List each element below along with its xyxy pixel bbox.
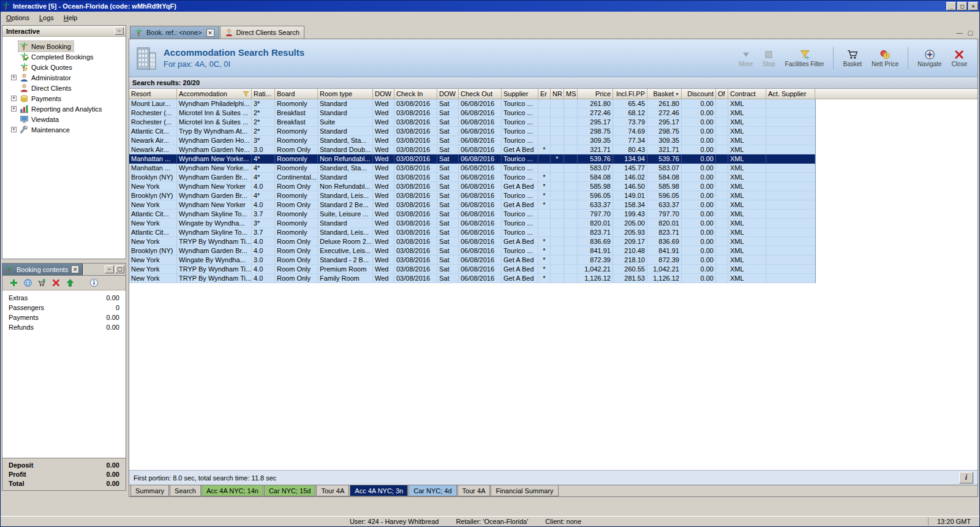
table-cell: 77.34 — [613, 136, 647, 145]
booking-item-extras[interactable]: Extras0.00 — [2, 293, 126, 303]
table-row[interactable]: Manhattan ...Wyndham New Yorke...4*Roomo… — [129, 164, 815, 173]
table-row[interactable]: Newark Air...Wyndham Garden Ho...3*Roomo… — [129, 136, 815, 145]
column-header-board[interactable]: Board — [275, 89, 318, 99]
toolbar-button-nett-price[interactable]: Nett Price — [867, 48, 903, 67]
expand-icon[interactable]: + — [11, 75, 17, 80]
table-row[interactable]: Mount Laur...Wyndham Philadelphi...3*Roo… — [129, 99, 815, 108]
table-row[interactable]: Atlantic Cit...Wyndham Skyline To...3.7R… — [129, 210, 815, 219]
table-row[interactable]: New YorkTRYP By Wyndham Ti...4.0Room Onl… — [129, 237, 815, 246]
sidebar-item-reporting-and-analytics[interactable]: +Reporting and Analytics — [2, 104, 126, 114]
booking-item-payments[interactable]: Payments0.00 — [2, 313, 126, 322]
close-booking-contents-icon[interactable]: ✕ — [71, 265, 79, 273]
table-row[interactable]: Brooklyn (NY)Wyndham Garden Br...4*Conti… — [129, 173, 815, 182]
app-icon — [2, 2, 10, 10]
table-row[interactable]: Brooklyn (NY)Wyndham Garden Br...4*Roomo… — [129, 191, 815, 200]
column-header-dow[interactable]: DOW — [373, 89, 394, 99]
bottom-tab-acc-4a-nyc-14n[interactable]: Acc 4A NYC; 14n — [202, 485, 263, 496]
column-header-ms[interactable]: MS — [564, 89, 578, 99]
table-row[interactable]: New YorkWyndham New Yorker4.0Room OnlyNo… — [129, 182, 815, 191]
minimize-button[interactable]: _ — [946, 2, 956, 10]
toolbar-button-facilities-filter[interactable]: Facilities Filter — [781, 48, 829, 67]
column-header-of[interactable]: Of — [716, 89, 728, 99]
booking-toolbar-remove-item-button[interactable] — [51, 278, 61, 288]
sidebar-item-administrator[interactable]: +Administrator — [2, 72, 126, 83]
bottom-tab-search[interactable]: Search — [170, 485, 201, 496]
toolbar-button-basket[interactable]: Basket — [839, 48, 866, 67]
booking-item-passengers[interactable]: Passengers0 — [2, 303, 126, 313]
column-header-check-out[interactable]: Check Out — [459, 89, 502, 99]
toolbar-button-navigate[interactable]: Navigate — [913, 48, 946, 67]
column-header-check-in[interactable]: Check In — [394, 89, 437, 99]
table-row[interactable]: Rochester (...Microtel Inn & Suites ...2… — [129, 108, 815, 118]
toolbar-button-more[interactable]: More — [734, 48, 757, 67]
table-row[interactable]: New YorkTRYP By Wyndham Ti...4.0Room Onl… — [129, 265, 815, 274]
sidebar-item-quick-quotes[interactable]: Quick Quotes — [2, 62, 126, 72]
table-row[interactable]: New YorkTRYP By Wyndham Ti...4.0Room Onl… — [129, 274, 815, 283]
bottom-tab-tour-4a[interactable]: Tour 4A — [316, 485, 349, 496]
column-header-rati[interactable]: Rati... — [252, 89, 275, 99]
column-header-room-type[interactable]: Room type — [318, 89, 373, 99]
column-header-accommodation[interactable]: Accommodation — [177, 89, 252, 99]
table-row[interactable]: Manhattan ...Wyndham New Yorke...4*Roomo… — [129, 154, 815, 164]
info-button[interactable]: i — [959, 472, 973, 483]
table-row[interactable]: Brooklyn (NY)Wyndham Garden Br...4.0Room… — [129, 246, 815, 256]
sidebar-item-new-booking[interactable]: New Booking — [2, 41, 126, 51]
table-row[interactable]: Atlantic Cit...Wyndham Skyline To...3.7R… — [129, 228, 815, 237]
sidebar-item-maintenance[interactable]: +Maintenance — [2, 124, 126, 135]
table-row[interactable]: Rochester (...Microtel Inn & Suites ...2… — [129, 118, 815, 127]
booking-contents-tab[interactable]: Booking contents ✕ — [2, 264, 83, 275]
toolbar-button-close[interactable]: Close — [947, 48, 971, 67]
menu-options[interactable]: Options — [1, 12, 34, 23]
mdi-restore-icon[interactable]: ▢ — [968, 29, 973, 36]
booking-toolbar-info-button[interactable] — [89, 278, 99, 288]
mdi-minimize-icon[interactable]: — — [957, 29, 963, 36]
column-header-incl-fl-pp[interactable]: Incl.Fl.PP — [613, 89, 647, 99]
bottom-tab-financial-summary[interactable]: Financial Summary — [491, 485, 558, 496]
close-tab-icon[interactable]: ✕ — [206, 29, 214, 37]
expand-icon[interactable]: + — [11, 96, 17, 101]
sidebar-item-payments[interactable]: +Payments — [2, 93, 126, 104]
booking-toolbar-move-up-button[interactable] — [65, 278, 75, 288]
maximize-button[interactable]: □ — [957, 2, 967, 10]
sidebar-item-direct-clients[interactable]: Direct Clients — [2, 83, 126, 93]
tab-book-ref-none[interactable]: Book. ref.: <none>✕ — [130, 26, 219, 39]
menu-logs[interactable]: Logs — [34, 12, 59, 23]
panel-minimize-button[interactable]: − — [105, 265, 114, 273]
column-header-contract[interactable]: Contract — [728, 89, 766, 99]
close-button[interactable]: ✕ — [968, 2, 978, 10]
column-header-resort[interactable]: Resort — [129, 89, 177, 99]
column-header-discount[interactable]: Discount — [682, 89, 716, 99]
collapse-panel-button[interactable]: − — [115, 27, 124, 35]
column-header-er[interactable]: Er — [538, 89, 551, 99]
menu-help[interactable]: Help — [59, 12, 83, 23]
expand-icon[interactable]: + — [11, 127, 17, 132]
bottom-tab-car-nyc-4d[interactable]: Car NYC; 4d — [409, 485, 456, 496]
table-row[interactable]: New YorkWyndham New Yorker4.0Room OnlySt… — [129, 200, 815, 210]
column-header-supplier[interactable]: Supplier — [502, 89, 538, 99]
booking-toolbar-world-button[interactable] — [23, 278, 32, 288]
column-header-basket[interactable]: Basket▼ — [647, 89, 682, 99]
column-header-act-supplier[interactable]: Act. Supplier — [766, 89, 815, 99]
table-row[interactable]: New YorkWingate by Wyndha...3*RoomonlySt… — [129, 219, 815, 228]
sidebar-item-viewdata[interactable]: Viewdata — [2, 114, 126, 124]
table-cell: Wyndham Skyline To... — [177, 228, 252, 237]
column-header-nr[interactable]: NR — [551, 89, 564, 99]
column-header-dow[interactable]: DOW — [437, 89, 459, 99]
table-row[interactable]: Atlantic Cit...Tryp By Wyndham At...2*Ro… — [129, 127, 815, 136]
bottom-tab-summary[interactable]: Summary — [130, 485, 169, 496]
booking-toolbar-add-item-button[interactable] — [9, 278, 18, 288]
bottom-tab-acc-4a-nyc-3n[interactable]: Acc 4A NYC; 3n — [350, 485, 408, 496]
table-row[interactable]: New YorkWingate By Wyndha...3.0Room Only… — [129, 256, 815, 265]
tab-direct-clients-search[interactable]: Direct Clients Search — [220, 26, 304, 39]
expand-icon[interactable]: + — [11, 106, 17, 112]
sidebar-item-completed-bookings[interactable]: Completed Bookings — [2, 51, 126, 62]
bottom-tab-tour-4a[interactable]: Tour 4A — [458, 485, 491, 496]
booking-item-refunds[interactable]: Refunds0.00 — [2, 322, 126, 332]
toolbar-button-stop[interactable]: Stop — [758, 48, 780, 67]
bottom-tab-car-nyc-15d[interactable]: Car NYC; 15d — [264, 485, 315, 496]
table-row[interactable]: Newark Air...Wyndham Garden Ne...3.0Room… — [129, 145, 815, 154]
table-cell — [766, 246, 815, 255]
booking-toolbar-add-to-basket-button[interactable] — [37, 278, 47, 288]
panel-maximize-button[interactable]: ▢ — [115, 265, 124, 273]
column-header-price[interactable]: Price — [578, 89, 613, 99]
